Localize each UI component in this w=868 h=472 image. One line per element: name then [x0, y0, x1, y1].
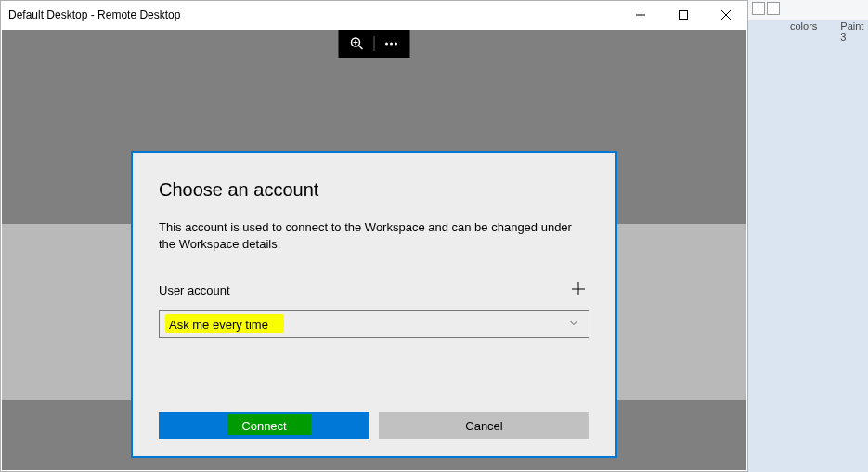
toolbar-separator: [374, 36, 375, 51]
user-account-label: User account: [159, 283, 230, 297]
minimize-icon: [636, 10, 645, 20]
close-button[interactable]: [705, 1, 747, 29]
more-icon: [384, 36, 399, 51]
dialog-title: Choose an account: [159, 179, 589, 201]
color-swatch[interactable]: [767, 2, 780, 15]
user-account-select[interactable]: Ask me every time: [159, 310, 589, 338]
dialog-buttons: Connect Cancel: [159, 412, 589, 439]
ribbon-labels: colors Paint 3: [748, 20, 868, 43]
add-account-button[interactable]: [567, 279, 589, 301]
maximize-icon: [679, 10, 688, 20]
plus-icon: [571, 282, 586, 296]
maximize-button[interactable]: [662, 1, 705, 29]
color-swatches: [748, 0, 784, 20]
color-swatch[interactable]: [752, 2, 765, 15]
close-icon: [721, 10, 731, 20]
more-button[interactable]: [384, 36, 399, 51]
connect-button[interactable]: Connect: [159, 412, 369, 439]
ribbon-label: Paint 3: [840, 20, 868, 43]
ribbon-label: colors: [790, 20, 817, 43]
remote-desktop-window: Default Desktop - Remote Desktop: [0, 0, 748, 472]
window-controls: [619, 1, 747, 29]
session-toolbar: [339, 30, 410, 58]
svg-point-10: [395, 43, 397, 46]
svg-point-9: [390, 43, 393, 46]
window-title: Default Desktop - Remote Desktop: [8, 8, 180, 21]
choose-account-dialog: Choose an account This account is used t…: [131, 151, 617, 458]
background-app-strip: colors Paint 3: [748, 0, 868, 472]
user-account-row: User account: [159, 279, 589, 301]
cancel-button[interactable]: Cancel: [379, 412, 589, 439]
remote-viewport: Choose an account This account is used t…: [2, 30, 746, 470]
ribbon-fragment: [748, 0, 868, 20]
chevron-down-icon: [568, 318, 579, 332]
select-value: Ask me every time: [169, 318, 268, 332]
connect-label: Connect: [241, 419, 286, 433]
svg-rect-1: [680, 11, 688, 20]
minimize-button[interactable]: [619, 1, 662, 29]
svg-point-8: [385, 43, 388, 46]
titlebar: Default Desktop - Remote Desktop: [1, 1, 747, 29]
zoom-button[interactable]: [350, 36, 365, 51]
cancel-label: Cancel: [465, 419, 502, 433]
zoom-in-icon: [350, 36, 365, 51]
dialog-description: This account is used to connect to the W…: [159, 219, 586, 253]
svg-line-5: [359, 46, 363, 49]
